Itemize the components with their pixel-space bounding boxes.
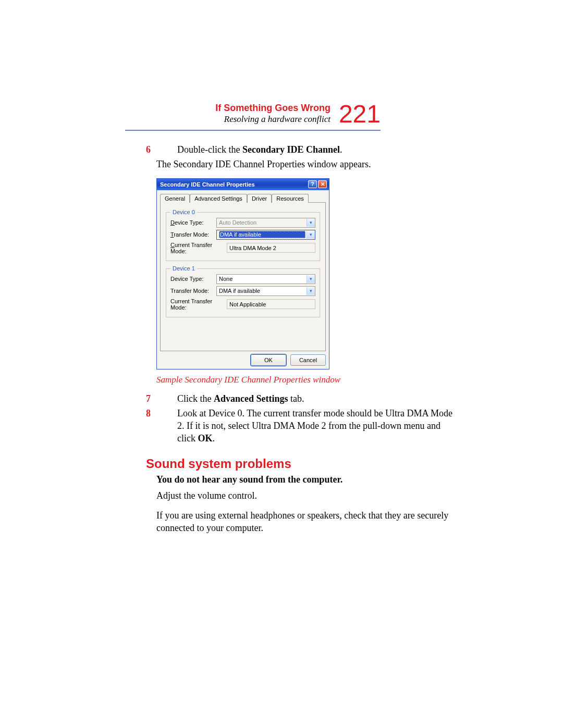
transfer-mode-label: Transfer Mode: <box>170 288 216 294</box>
step-8: 8 Look at Device 0. The current transfer… <box>125 407 459 445</box>
header-rule <box>125 130 381 131</box>
tab-resources[interactable]: Resources <box>272 194 309 203</box>
tab-general[interactable]: General <box>160 194 190 203</box>
paragraph: Adjust the volume control. <box>156 489 459 502</box>
current-mode-readout: Not Applicable <box>227 299 315 309</box>
paragraph: If you are using external headphones or … <box>156 509 459 535</box>
device-type-combo[interactable]: Auto Detection ▾ <box>216 218 315 228</box>
tab-panel: Device 0 Device Type: Auto Detection ▾ T… <box>160 202 326 351</box>
step-bold: OK <box>198 433 212 443</box>
tab-driver[interactable]: Driver <box>247 194 272 203</box>
step-number: 6 <box>125 143 177 156</box>
page-number: 221 <box>339 102 381 127</box>
cancel-button[interactable]: Cancel <box>290 354 326 366</box>
current-mode-label: Current Transfer Mode: <box>170 298 227 311</box>
transfer-mode-label: Transfer Mode: <box>170 231 216 238</box>
section-heading: Sound system problems <box>146 456 459 471</box>
step-text: Double-click the <box>177 144 242 155</box>
chapter-title: If Something Goes Wrong <box>215 103 331 114</box>
step-text: . <box>213 433 215 443</box>
current-mode-readout: Ultra DMA Mode 2 <box>227 243 315 253</box>
step-7: 7 Click the Advanced Settings tab. <box>125 392 459 405</box>
window-title: Secondary IDE Channel Properties <box>160 181 307 188</box>
step-6: 6 Double-click the Secondary IDE Channel… <box>125 143 459 156</box>
chevron-down-icon: ▾ <box>307 231 315 239</box>
combo-value: Auto Detection <box>219 219 256 226</box>
dialog-buttons: OK Cancel <box>157 354 329 369</box>
chevron-down-icon: ▾ <box>307 219 315 227</box>
step-text: Look at Device 0. The current transfer m… <box>177 408 452 444</box>
close-button[interactable]: ✕ <box>318 180 327 188</box>
step-text: . <box>340 144 342 155</box>
step-body: Double-click the Secondary IDE Channel. <box>177 143 459 156</box>
combo-value: DMA if available <box>219 288 260 294</box>
figure-caption: Sample Secondary IDE Channel Properties … <box>156 375 459 385</box>
transfer-mode-combo[interactable]: DMA if available ▾ <box>216 286 315 296</box>
properties-dialog: Secondary IDE Channel Properties ? ✕ Gen… <box>156 178 329 369</box>
step-text: Click the <box>177 393 214 404</box>
device-1-group: Device 1 Device Type: None ▾ Transfer Mo… <box>166 268 320 317</box>
topic-heading: You do not hear any sound from the compu… <box>156 474 459 485</box>
device-1-legend: Device 1 <box>170 265 197 272</box>
device-0-legend: Device 0 <box>170 209 197 215</box>
device-type-label: Device Type: <box>170 276 216 282</box>
tab-advanced-settings[interactable]: Advanced Settings <box>190 194 247 203</box>
help-button[interactable]: ? <box>308 180 317 188</box>
chapter-subtitle: Resolving a hardware conflict <box>215 114 331 125</box>
step-number: 7 <box>125 392 177 405</box>
titlebar[interactable]: Secondary IDE Channel Properties ? ✕ <box>157 179 329 190</box>
chevron-down-icon: ▾ <box>307 275 315 283</box>
step-bold: Advanced Settings <box>214 393 288 404</box>
chevron-down-icon: ▾ <box>307 287 315 295</box>
device-0-group: Device 0 Device Type: Auto Detection ▾ T… <box>166 212 320 261</box>
page-header: If Something Goes Wrong Resolving a hard… <box>125 102 381 127</box>
device-type-label: Device Type: <box>170 219 216 226</box>
step-body: Look at Device 0. The current transfer m… <box>177 407 459 445</box>
tab-row: General Advanced Settings Driver Resourc… <box>157 190 329 202</box>
current-mode-label: Current Transfer Mode: <box>170 242 227 254</box>
combo-value: DMA if available <box>219 231 305 238</box>
combo-value: None <box>219 276 232 282</box>
step-text: tab. <box>288 393 304 404</box>
device-type-combo[interactable]: None ▾ <box>216 274 315 284</box>
step-body: Click the Advanced Settings tab. <box>177 392 459 405</box>
ok-button[interactable]: OK <box>251 354 286 366</box>
step-follow: The Secondary IDE Channel Properties win… <box>156 158 459 170</box>
transfer-mode-combo[interactable]: DMA if available ▾ <box>216 230 315 240</box>
step-bold: Secondary IDE Channel <box>242 144 340 155</box>
step-number: 8 <box>125 407 177 445</box>
